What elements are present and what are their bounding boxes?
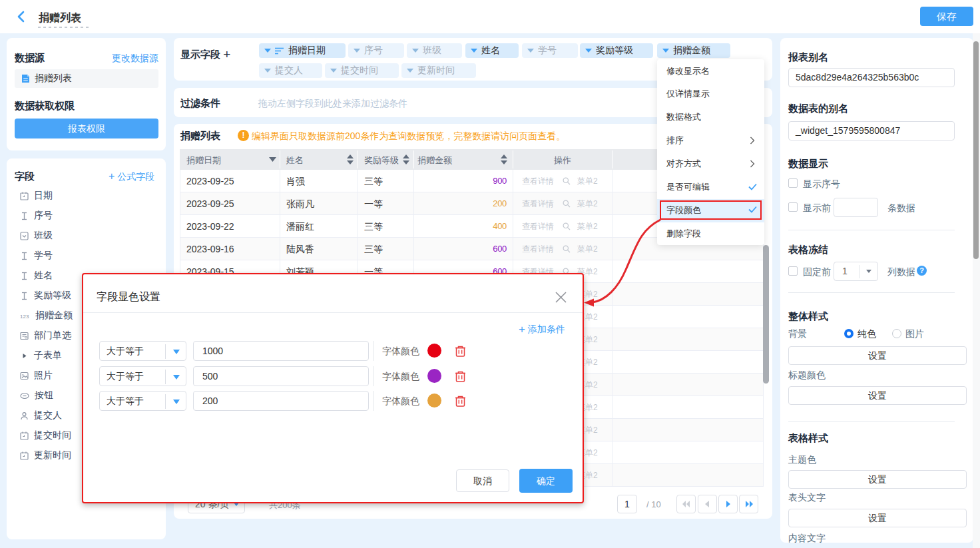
svg-text:123: 123 [20, 314, 29, 320]
